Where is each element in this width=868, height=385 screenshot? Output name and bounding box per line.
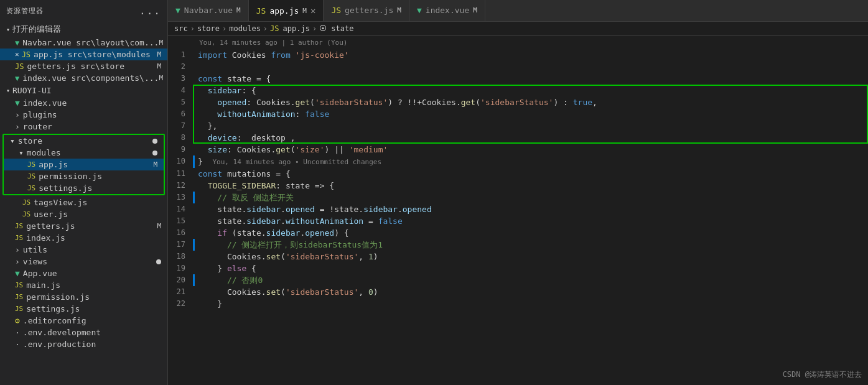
tab-navbar[interactable]: ▼ Navbar.vue M: [168, 0, 249, 21]
tree-modules[interactable]: ▾ modules: [4, 147, 164, 159]
open-editors-section[interactable]: ▾ 打开的编辑器: [0, 22, 167, 37]
tree-gettersjs[interactable]: JS getters.js M: [0, 220, 167, 232]
line-content: sidebar: {: [193, 85, 868, 96]
tree-item-name: utils: [23, 245, 47, 254]
code-line-10: 10 } You, 14 minutes ago • Uncommitted c…: [168, 155, 868, 168]
tree-settingsjs[interactable]: JS settings.js: [4, 182, 164, 194]
tree-tagsview[interactable]: JS tagsView.js: [0, 197, 167, 208]
open-editors-label: 打开的编辑器: [12, 24, 61, 35]
git-indicator: [193, 274, 195, 286]
line-content: },: [193, 120, 868, 132]
close-icon[interactable]: ✕: [310, 6, 315, 15]
sidebar-menu-dots[interactable]: ...: [139, 5, 161, 17]
vue-icon: ▼: [417, 6, 422, 15]
tree-item-name: app.js: [39, 160, 68, 169]
js-icon: JS: [22, 210, 30, 218]
ruoyi-ui-section[interactable]: ▾ RUOYI-UI: [0, 84, 167, 97]
line-number: 2: [168, 61, 193, 73]
tree-permissionjs[interactable]: JS permission.js: [4, 170, 164, 182]
code-line-7: 7 },: [168, 120, 868, 132]
env-icon: ·: [15, 328, 20, 337]
js-icon: JS: [15, 281, 23, 289]
tree-editorconfig[interactable]: ⚙ .editorconfig: [0, 315, 167, 327]
tree-appvue[interactable]: ▼ App.vue: [0, 267, 167, 279]
git-info-text: You, 14 minutes ago | 1 author (You): [199, 39, 347, 47]
dot-badge: [152, 151, 157, 155]
tree-item-name: App.vue: [23, 269, 57, 278]
line-content: }: [193, 298, 868, 310]
tree-item-name: plugins: [23, 110, 57, 119]
tree-store[interactable]: ▾ store: [4, 135, 164, 147]
code-line-17: 17 // 侧边栏打开，则sidebarStatus值为1: [168, 239, 868, 251]
config-icon: ⚙: [15, 316, 20, 325]
badge-m: M: [157, 62, 161, 70]
line-content: const mutations = {: [193, 168, 868, 180]
line-content: import Cookies from 'js-cookie': [193, 49, 868, 61]
folder-arrow: ›: [15, 122, 20, 131]
js-icon: JS: [15, 62, 24, 71]
tree-item-name: modules: [27, 148, 61, 157]
open-editor-indexvue[interactable]: ▼ index.vue src\components\... M: [0, 72, 167, 84]
code-line-4: 4 sidebar: {: [168, 85, 868, 96]
badge-m: M: [159, 39, 163, 47]
breadcrumb-modules: modules: [229, 24, 261, 33]
line-number: 17: [168, 239, 193, 251]
open-editor-name: Navbar.vue src\layout\com...: [22, 38, 159, 47]
vue-icon: ▼: [15, 269, 20, 278]
folder-arrow: ›: [15, 110, 20, 119]
tree-settings-root[interactable]: JS settings.js: [0, 303, 167, 315]
open-editor-getters[interactable]: JS getters.js src\store M: [0, 60, 167, 72]
js-icon: JS: [331, 6, 341, 15]
tree-mainjs[interactable]: JS main.js: [0, 279, 167, 291]
tab-indexvue[interactable]: ▼ index.vue M: [409, 0, 485, 21]
env-icon: ·: [15, 340, 20, 349]
tree-env-prod[interactable]: · .env.production: [0, 338, 167, 350]
tree-permission-root[interactable]: JS permission.js: [0, 291, 167, 303]
line-number: 14: [168, 203, 193, 215]
line-content: device: desktop ,: [193, 132, 868, 144]
close-icon[interactable]: ✕: [15, 50, 19, 58]
open-editor-navbar[interactable]: ▼ Navbar.vue src\layout\com... M: [0, 37, 167, 49]
tree-item-name: main.js: [26, 281, 60, 290]
tree-item-name: settings.js: [39, 183, 92, 193]
code-line-11: 11 const mutations = {: [168, 168, 868, 180]
line-content: state.sidebar.withoutAnimation = false: [193, 215, 868, 227]
tree-userjs[interactable]: JS user.js: [0, 208, 167, 220]
tree-item-name: index.js: [26, 233, 65, 243]
line-content: opened: Cookies.get('sidebarStatus') ? !…: [193, 96, 868, 108]
watermark: CSDN @涛涛英语不进去: [783, 369, 862, 380]
dot-badge: [152, 139, 157, 144]
vue-icon: ▼: [15, 39, 19, 47]
line-number: 1: [168, 49, 193, 61]
open-editor-name: index.vue src\components\...: [22, 73, 159, 83]
code-line-18: 18 Cookies.set('sidebarStatus', 1): [168, 251, 868, 262]
js-icon: JS: [15, 234, 23, 242]
line-number: 9: [168, 144, 193, 155]
tree-plugins[interactable]: › plugins: [0, 109, 167, 121]
git-indicator: [193, 192, 195, 203]
line-number: 15: [168, 215, 193, 227]
line-content: TOGGLE_SIDEBAR: state => {: [193, 180, 868, 192]
tab-getters[interactable]: JS getters.js M: [324, 0, 409, 21]
breadcrumb-sep: ›: [190, 24, 195, 33]
tree-appjs[interactable]: JS app.js M: [4, 159, 164, 170]
line-content: [193, 61, 868, 73]
git-info: You, 14 minutes ago | 1 author (You): [168, 36, 868, 49]
tree-indexjs[interactable]: JS index.js: [0, 232, 167, 244]
tree-item-name: settings.js: [26, 304, 80, 313]
tab-appjs[interactable]: JS app.js M ✕: [249, 0, 324, 21]
code-container[interactable]: 1 import Cookies from 'js-cookie' 2 3 co…: [168, 49, 868, 385]
line-number: 8: [168, 132, 193, 144]
tree-item-name: views: [23, 257, 47, 266]
vue-icon: ▼: [15, 74, 19, 83]
code-line-14: 14 state.sidebar.opened = !state.sidebar…: [168, 203, 868, 215]
breadcrumb-state: ⦿ state: [319, 24, 353, 33]
line-number: 6: [168, 108, 193, 120]
tree-env-dev[interactable]: · .env.development: [0, 327, 167, 338]
code-line-5: 5 opened: Cookies.get('sidebarStatus') ?…: [168, 96, 868, 108]
tree-utils[interactable]: › utils: [0, 244, 167, 256]
tree-views[interactable]: › views: [0, 256, 167, 267]
open-editor-appjs[interactable]: ✕ JS app.js src\store\modules M: [0, 49, 167, 60]
tree-router[interactable]: › router: [0, 121, 167, 132]
tree-indexvue[interactable]: ▼ index.vue: [0, 97, 167, 109]
